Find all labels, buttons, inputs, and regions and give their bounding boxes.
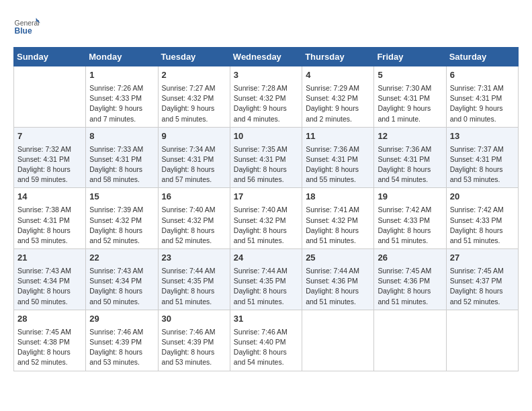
calendar-cell: 15Sunrise: 7:39 AMSunset: 4:32 PMDayligh… [86,188,158,249]
cell-info: Daylight: 8 hours [234,347,298,357]
cell-info: and 53 minutes. [450,175,515,185]
day-number: 26 [378,252,442,265]
day-number: 6 [450,69,515,82]
cell-info: Sunrise: 7:36 AM [378,144,442,154]
cell-info: and 4 minutes. [234,114,298,124]
cell-info: Daylight: 8 hours [378,165,442,175]
cell-info: Sunset: 4:31 PM [89,154,154,165]
day-number: 12 [378,130,442,143]
cell-info: and 0 minutes. [450,114,515,124]
day-number: 23 [162,252,226,265]
day-number: 28 [17,313,82,326]
cell-info: Sunset: 4:31 PM [306,154,370,165]
calendar-cell: 13Sunrise: 7:37 AMSunset: 4:31 PMDayligh… [446,127,518,188]
cell-info: Sunrise: 7:44 AM [306,266,370,276]
cell-info: and 51 minutes. [450,236,515,246]
day-number: 19 [378,191,442,203]
day-number: 11 [306,130,370,143]
day-number: 15 [89,191,154,203]
calendar-cell: 2Sunrise: 7:27 AMSunset: 4:32 PMDaylight… [158,66,230,128]
cell-info: and 53 minutes. [17,236,82,246]
cell-info: Sunset: 4:32 PM [162,216,226,226]
cell-info: Daylight: 8 hours [89,286,154,296]
day-number: 13 [450,130,515,143]
cell-info: Sunset: 4:39 PM [89,337,154,347]
cell-info: Daylight: 8 hours [450,226,515,236]
cell-info: and 51 minutes. [162,297,226,307]
cell-info: Sunset: 4:33 PM [450,216,515,226]
calendar-cell [302,310,374,371]
cell-info: Daylight: 8 hours [450,286,515,296]
cell-info: and 5 minutes. [162,114,226,124]
calendar-cell [374,310,446,371]
cell-info: Sunrise: 7:31 AM [450,83,515,93]
calendar-cell: 17Sunrise: 7:40 AMSunset: 4:32 PMDayligh… [230,188,302,249]
cell-info: Daylight: 8 hours [162,226,226,236]
day-number: 21 [17,252,82,265]
cell-info: and 53 minutes. [89,357,154,367]
cell-info: Sunrise: 7:28 AM [234,83,298,93]
calendar-cell: 5Sunrise: 7:30 AMSunset: 4:31 PMDaylight… [374,66,446,128]
svg-text:Blue: Blue [15,26,32,36]
calendar-cell: 9Sunrise: 7:34 AMSunset: 4:31 PMDaylight… [158,127,230,188]
cell-info: Sunrise: 7:39 AM [89,205,154,215]
cell-info: Sunset: 4:35 PM [162,276,226,286]
cell-info: Daylight: 8 hours [17,347,82,357]
cell-info: Daylight: 8 hours [306,226,370,236]
cell-info: Daylight: 9 hours [89,103,154,113]
cell-info: and 51 minutes. [378,297,442,307]
cell-info: and 51 minutes. [378,236,442,246]
week-row-4: 21Sunrise: 7:43 AMSunset: 4:34 PMDayligh… [14,249,519,310]
cell-info: Sunset: 4:32 PM [89,216,154,226]
cell-info: and 51 minutes. [234,236,298,246]
cell-info: and 2 minutes. [306,114,370,124]
cell-info: and 55 minutes. [306,175,370,185]
logo: General Blue [13,13,43,40]
cell-info: Sunrise: 7:46 AM [89,327,154,337]
header-row: SundayMondayTuesdayWednesdayThursdayFrid… [14,48,519,66]
day-number: 7 [17,130,82,143]
cell-info: Daylight: 8 hours [450,165,515,175]
week-row-2: 7Sunrise: 7:32 AMSunset: 4:31 PMDaylight… [14,127,519,188]
cell-info: Daylight: 8 hours [378,226,442,236]
cell-info: Sunrise: 7:44 AM [162,266,226,276]
cell-info: Daylight: 8 hours [17,165,82,175]
cell-info: Daylight: 8 hours [89,165,154,175]
cell-info: Sunrise: 7:46 AM [234,327,298,337]
cell-info: Sunset: 4:36 PM [306,276,370,286]
calendar-header: SundayMondayTuesdayWednesdayThursdayFrid… [14,48,519,66]
cell-info: Sunrise: 7:42 AM [450,205,515,215]
calendar-cell [446,310,518,371]
cell-info: Sunrise: 7:45 AM [378,266,442,276]
cell-info: Sunset: 4:34 PM [89,276,154,286]
cell-info: Daylight: 9 hours [450,103,515,113]
day-number: 30 [162,313,226,326]
cell-info: Sunset: 4:33 PM [378,216,442,226]
cell-info: Sunset: 4:38 PM [17,337,82,347]
cell-info: and 52 minutes. [17,357,82,367]
cell-info: and 54 minutes. [378,175,442,185]
cell-info: Sunrise: 7:42 AM [378,205,442,215]
cell-info: Sunrise: 7:27 AM [162,83,226,93]
calendar-cell: 31Sunrise: 7:46 AMSunset: 4:40 PMDayligh… [230,310,302,371]
calendar-cell: 11Sunrise: 7:36 AMSunset: 4:31 PMDayligh… [302,127,374,188]
cell-info: Daylight: 8 hours [306,165,370,175]
calendar-cell: 10Sunrise: 7:35 AMSunset: 4:31 PMDayligh… [230,127,302,188]
calendar-body: 1Sunrise: 7:26 AMSunset: 4:33 PMDaylight… [14,66,519,371]
day-number: 9 [162,130,226,143]
cell-info: Daylight: 8 hours [89,347,154,357]
day-number: 27 [450,252,515,265]
calendar-cell: 4Sunrise: 7:29 AMSunset: 4:32 PMDaylight… [302,66,374,128]
header-cell-saturday: Saturday [446,48,518,66]
calendar-cell: 8Sunrise: 7:33 AMSunset: 4:31 PMDaylight… [86,127,158,188]
cell-info: Sunset: 4:32 PM [234,93,298,103]
header-cell-sunday: Sunday [14,48,86,66]
cell-info: Sunset: 4:37 PM [450,276,515,286]
day-number: 22 [89,252,154,265]
day-number: 5 [378,69,442,82]
cell-info: Sunrise: 7:29 AM [306,83,370,93]
cell-info: Sunset: 4:36 PM [378,276,442,286]
header-cell-thursday: Thursday [302,48,374,66]
day-number: 31 [234,313,298,326]
cell-info: Sunset: 4:35 PM [234,276,298,286]
